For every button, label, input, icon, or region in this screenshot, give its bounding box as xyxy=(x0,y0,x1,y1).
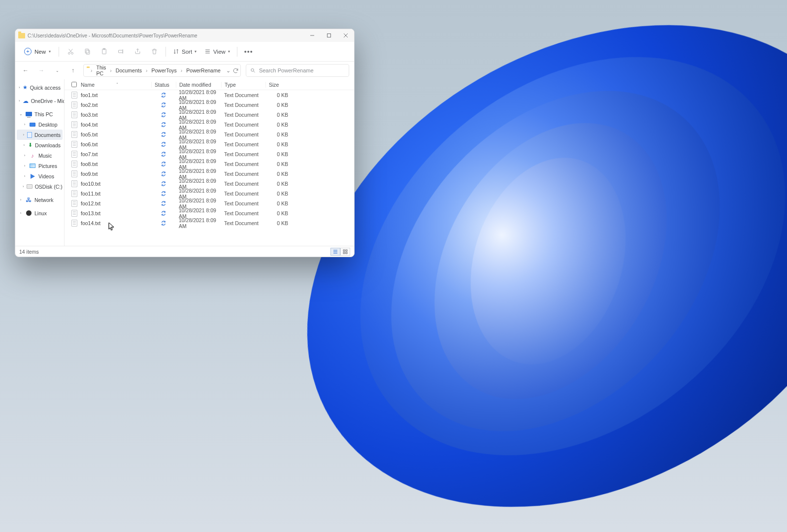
refresh-button[interactable] xyxy=(232,67,239,74)
file-type: Text Document xyxy=(221,220,265,226)
share-button[interactable] xyxy=(130,45,145,59)
text-file-icon xyxy=(71,121,77,128)
file-date: 10/28/2021 8:09 AM xyxy=(176,217,221,229)
new-button[interactable]: + New ▾ xyxy=(20,45,55,58)
cut-button[interactable] xyxy=(63,45,78,59)
status-bar: 14 items xyxy=(15,246,354,257)
column-type[interactable]: Type xyxy=(221,82,265,88)
file-size: 0 KB xyxy=(265,141,295,147)
file-row[interactable]: foo9.txt10/28/2021 8:09 AMText Document0… xyxy=(65,169,354,179)
file-name: foo3.txt xyxy=(81,112,98,118)
text-file-icon xyxy=(71,141,77,148)
breadcrumb-powertoys[interactable]: PowerToys xyxy=(150,66,178,75)
titlebar[interactable]: C:\Users\dedavis\OneDrive - Microsoft\Do… xyxy=(15,29,354,42)
up-button[interactable]: ↑ xyxy=(67,65,78,76)
breadcrumb-documents[interactable]: Documents xyxy=(114,66,143,75)
file-row[interactable]: foo7.txt10/28/2021 8:09 AMText Document0… xyxy=(65,149,354,159)
file-size: 0 KB xyxy=(265,171,295,177)
sidebar-item-pictures[interactable]: › Pictures xyxy=(17,161,63,171)
column-name[interactable]: Name ˄ xyxy=(68,82,151,88)
breadcrumb-powerrename[interactable]: PowerRename xyxy=(185,66,222,75)
file-name: foo2.txt xyxy=(81,102,98,108)
text-file-icon xyxy=(71,131,77,138)
details-view-toggle[interactable] xyxy=(330,248,340,256)
minimize-button[interactable] xyxy=(304,29,321,42)
select-all-checkbox[interactable] xyxy=(71,82,77,87)
column-status[interactable]: Status xyxy=(151,82,176,88)
file-type: Text Document xyxy=(221,112,265,118)
file-row[interactable]: foo4.txt10/28/2021 8:09 AMText Document0… xyxy=(65,120,354,130)
file-size: 0 KB xyxy=(265,161,295,167)
paste-button[interactable] xyxy=(97,45,111,59)
column-date[interactable]: Date modified xyxy=(176,82,221,88)
sync-status-icon xyxy=(151,151,176,157)
sidebar-item-network[interactable]: ›🖧 Network xyxy=(17,195,63,205)
file-row[interactable]: foo11.txt10/28/2021 8:09 AMText Document… xyxy=(65,189,354,199)
sidebar-item-osdisk[interactable]: › OSDisk (C:) xyxy=(17,181,63,192)
close-button[interactable] xyxy=(337,29,354,42)
svg-point-14 xyxy=(251,68,254,71)
file-name: foo9.txt xyxy=(81,171,98,177)
sidebar-item-desktop[interactable]: › Desktop xyxy=(17,119,63,130)
star-icon: ★ xyxy=(23,84,28,91)
sidebar-item-documents[interactable]: › Documents xyxy=(17,130,63,140)
file-name: foo14.txt xyxy=(81,220,100,226)
file-row[interactable]: foo5.txt10/28/2021 8:09 AMText Document0… xyxy=(65,130,354,139)
svg-line-15 xyxy=(254,71,255,72)
file-row[interactable]: foo6.txt10/28/2021 8:09 AMText Document0… xyxy=(65,139,354,149)
column-headers: Name ˄ Status Date modified Type Size xyxy=(65,79,354,90)
delete-button[interactable] xyxy=(147,45,162,59)
file-row[interactable]: foo13.txt10/28/2021 8:09 AMText Document… xyxy=(65,208,354,218)
column-date-label: Date modified xyxy=(179,82,211,88)
file-row[interactable]: foo12.txt10/28/2021 8:09 AMText Document… xyxy=(65,199,354,208)
sidebar-item-downloads[interactable]: ›⬇ Downloads xyxy=(17,140,63,150)
file-type: Text Document xyxy=(221,161,265,167)
sidebar-item-this-pc[interactable]: ⌄ This PC xyxy=(17,109,63,119)
search-input[interactable] xyxy=(259,67,345,73)
sort-button[interactable]: Sort ▾ xyxy=(170,46,199,57)
forward-button[interactable]: → xyxy=(36,65,47,76)
file-type: Text Document xyxy=(221,92,265,98)
text-file-icon xyxy=(71,210,77,217)
search-box[interactable] xyxy=(246,64,349,77)
sync-status-icon xyxy=(151,191,176,197)
copy-button[interactable] xyxy=(80,45,95,59)
file-type: Text Document xyxy=(221,141,265,147)
sidebar-item-music[interactable]: ›♪ Music xyxy=(17,150,63,161)
more-button[interactable]: ••• xyxy=(241,46,256,58)
recent-locations-chevron[interactable]: ⌄ xyxy=(52,65,63,76)
sidebar-item-onedrive[interactable]: ›☁ OneDrive - Micro xyxy=(17,96,63,106)
mouse-cursor xyxy=(108,222,114,231)
file-row[interactable]: foo1.txt10/28/2021 8:09 AMText Document0… xyxy=(65,90,354,100)
file-row[interactable]: foo10.txt10/28/2021 8:09 AMText Document… xyxy=(65,179,354,189)
text-file-icon xyxy=(71,161,77,167)
maximize-button[interactable] xyxy=(321,29,337,42)
address-bar[interactable]: › This PC › Documents › PowerToys › Powe… xyxy=(83,64,241,77)
file-size: 0 KB xyxy=(265,151,295,157)
breadcrumb-this-pc[interactable]: This PC xyxy=(95,63,108,78)
file-row[interactable]: foo3.txt10/28/2021 8:09 AMText Document0… xyxy=(65,110,354,120)
file-row[interactable]: foo8.txt10/28/2021 8:09 AMText Document0… xyxy=(65,159,354,169)
sidebar-item-videos[interactable]: › Videos xyxy=(17,171,63,181)
thumbnails-view-toggle[interactable] xyxy=(340,248,350,256)
address-history-chevron[interactable]: ⌄ xyxy=(226,67,230,74)
file-row[interactable]: foo2.txt10/28/2021 8:09 AMText Document0… xyxy=(65,100,354,110)
sidebar-label: Linux xyxy=(34,210,47,216)
column-name-label: Name xyxy=(81,82,95,88)
sync-status-icon xyxy=(151,102,176,108)
file-size: 0 KB xyxy=(265,220,295,226)
sync-status-icon xyxy=(151,112,176,118)
column-size[interactable]: Size xyxy=(265,82,295,88)
rename-button[interactable] xyxy=(113,45,128,59)
view-button[interactable]: View ▾ xyxy=(201,46,233,57)
back-button[interactable]: ← xyxy=(20,65,31,76)
window-title: C:\Users\dedavis\OneDrive - Microsoft\Do… xyxy=(28,33,304,38)
cloud-icon: ☁ xyxy=(23,98,29,104)
svg-rect-7 xyxy=(85,49,89,53)
file-type: Text Document xyxy=(221,122,265,128)
file-name: foo7.txt xyxy=(81,151,98,157)
desktop-icon xyxy=(29,121,36,128)
sidebar-item-quick-access[interactable]: ›★ Quick access xyxy=(17,82,63,93)
sidebar-item-linux[interactable]: › Linux xyxy=(17,208,63,218)
file-size: 0 KB xyxy=(265,122,295,128)
